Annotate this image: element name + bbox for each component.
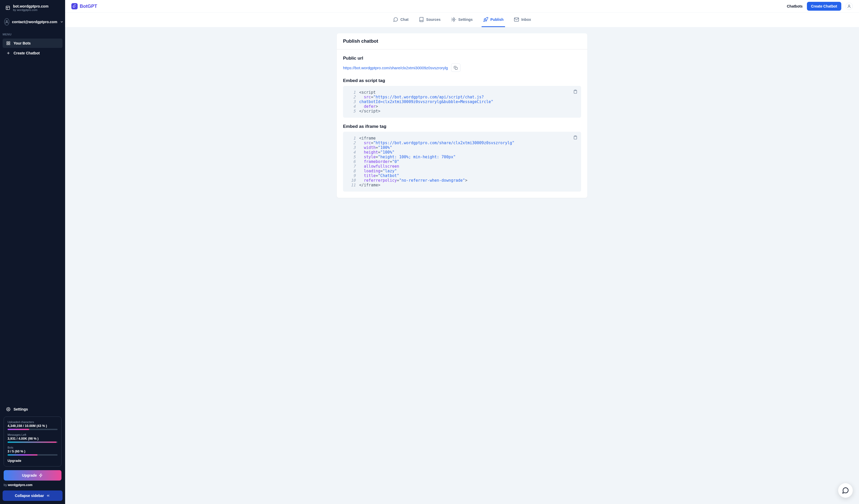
code-content: </script> <box>359 109 380 113</box>
copy-url-button[interactable] <box>451 63 461 72</box>
code-line: 9 title="Chatbot" <box>348 173 576 178</box>
topbar: BotGPT Chatbots Create Chatbot <box>65 0 859 13</box>
line-number: 9 <box>348 173 356 178</box>
content: Publish chatbot Public url https://bot.w… <box>331 27 593 204</box>
chevrons-left-icon <box>46 493 50 498</box>
plus-icon <box>6 51 11 55</box>
code-content: src="https://bot.wordgptpro.com/api/scri… <box>359 95 484 100</box>
tab-publish[interactable]: Publish <box>482 13 505 27</box>
public-url-link[interactable]: https://bot.wordgptpro.com/share/clx2xtm… <box>343 66 448 70</box>
line-number: 6 <box>348 159 356 164</box>
clipboard-icon <box>573 135 577 139</box>
tab-settings[interactable]: Settings <box>450 13 474 27</box>
copy-code-button[interactable] <box>573 90 577 94</box>
line-number: 7 <box>348 164 356 169</box>
collapse-sidebar-button[interactable]: Collapse sidebar <box>3 490 62 501</box>
byline: by wordgptpro.com <box>0 483 65 489</box>
chat-widget-button[interactable] <box>838 483 853 498</box>
code-line: 11</iframe> <box>348 183 576 187</box>
svg-rect-5 <box>9 44 10 45</box>
code-content: chatbotId=clx2xtmi30009z0svszrorylg&bubb… <box>359 100 493 104</box>
brand[interactable]: BotGPT <box>71 3 97 10</box>
code-line: 4 height="100%" <box>348 150 576 155</box>
menu-item-label: Your Bots <box>14 41 31 45</box>
line-number: 2 <box>348 141 356 145</box>
code-line: 8 loading="lazy" <box>348 169 576 173</box>
upgrade-button[interactable]: Upgrade <box>4 470 61 480</box>
chat-icon <box>393 17 398 22</box>
copy-icon <box>454 66 458 70</box>
code-lines: 1<script2 src="https://bot.wordgptpro.co… <box>348 90 576 113</box>
menu-item-label: Settings <box>14 407 28 411</box>
line-number: 10 <box>348 178 356 183</box>
menu-list: Your Bots Create Chatbot <box>0 39 65 58</box>
code-line: 1<script <box>348 90 576 95</box>
code-line: 3 width="100%" <box>348 145 576 150</box>
public-url-section: Public url https://bot.wordgptpro.com/sh… <box>343 56 581 72</box>
code-line: 10 referrerpolicy="no-referrer-when-down… <box>348 178 576 183</box>
code-content: height="100%" <box>359 150 394 155</box>
user-menu[interactable]: contact@wordgptpro.com <box>0 16 65 28</box>
code-content: allowfullscreen <box>359 164 399 169</box>
user-menu-button[interactable] <box>845 3 853 10</box>
site-subtitle: by wordgptpro.com <box>13 8 48 12</box>
code-content: <script <box>359 90 376 95</box>
svg-rect-10 <box>455 67 457 69</box>
code-line: 5</script> <box>348 109 576 113</box>
book-icon <box>419 17 424 22</box>
user-avatar-icon <box>4 18 10 26</box>
section-heading: Embed as script tag <box>343 78 581 83</box>
mail-icon <box>514 17 519 22</box>
script-code-block: 1<script2 src="https://bot.wordgptpro.co… <box>343 86 581 118</box>
site-title: bot.wordgptpro.com <box>13 4 48 8</box>
page-title: Publish chatbot <box>343 39 581 44</box>
clipboard-icon <box>573 90 577 94</box>
line-number: 3 <box>348 100 356 104</box>
code-line: 5 style="height: 100%; min-height: 700px… <box>348 155 576 159</box>
svg-rect-3 <box>9 42 10 43</box>
svg-rect-4 <box>7 44 8 45</box>
progress-bar <box>7 442 57 443</box>
progress-bar <box>7 454 37 456</box>
message-circle-icon <box>842 487 849 494</box>
code-content: width="100%" <box>359 145 392 150</box>
code-content: style="height: 100%; min-height: 700px" <box>359 155 455 159</box>
code-content: <iframe <box>359 136 376 141</box>
copy-code-button[interactable] <box>573 135 577 139</box>
tab-inbox[interactable]: Inbox <box>512 13 532 27</box>
menu-item-your-bots[interactable]: Your Bots <box>3 39 62 48</box>
svg-rect-2 <box>7 42 8 43</box>
svg-rect-0 <box>6 6 10 10</box>
progress-bar <box>7 429 29 430</box>
line-number: 4 <box>348 104 356 109</box>
line-number: 5 <box>348 155 356 159</box>
menu-section-label: MENU <box>0 28 65 39</box>
line-number: 4 <box>348 150 356 155</box>
main: BotGPT Chatbots Create Chatbot Chat Sour… <box>65 0 859 504</box>
svg-point-8 <box>453 19 454 20</box>
menu-item-create-chatbot[interactable]: Create Chatbot <box>3 48 62 58</box>
line-number: 5 <box>348 109 356 113</box>
svg-rect-11 <box>575 90 576 91</box>
grid-icon <box>6 41 11 45</box>
iframe-embed-section: Embed as iframe tag 1<iframe2 src="https… <box>343 124 581 192</box>
code-line: 2 src="https://bot.wordgptpro.com/share/… <box>348 141 576 145</box>
tab-chat[interactable]: Chat <box>391 13 410 27</box>
line-number: 8 <box>348 169 356 173</box>
code-content: src="https://bot.wordgptpro.com/share/cl… <box>359 141 514 145</box>
code-line: 3chatbotId=clx2xtmi30009z0svszrorylg&bub… <box>348 100 576 104</box>
svg-point-6 <box>8 409 9 410</box>
menu-item-settings[interactable]: Settings <box>3 404 62 414</box>
code-line: 1<iframe <box>348 136 576 141</box>
line-number: 2 <box>348 95 356 100</box>
nav-chatbots[interactable]: Chatbots <box>787 4 803 8</box>
code-line: 4 defer> <box>348 104 576 109</box>
create-chatbot-button[interactable]: Create Chatbot <box>807 2 841 11</box>
tab-sources[interactable]: Sources <box>417 13 442 27</box>
chevron-down-icon <box>60 20 63 24</box>
sidebar-header: bot.wordgptpro.com by wordgptpro.com <box>0 0 65 16</box>
upgrade-link[interactable]: Upgrade <box>7 459 58 463</box>
publish-card: Publish chatbot Public url https://bot.w… <box>337 33 587 198</box>
line-number: 3 <box>348 145 356 150</box>
svg-rect-12 <box>575 136 576 136</box>
